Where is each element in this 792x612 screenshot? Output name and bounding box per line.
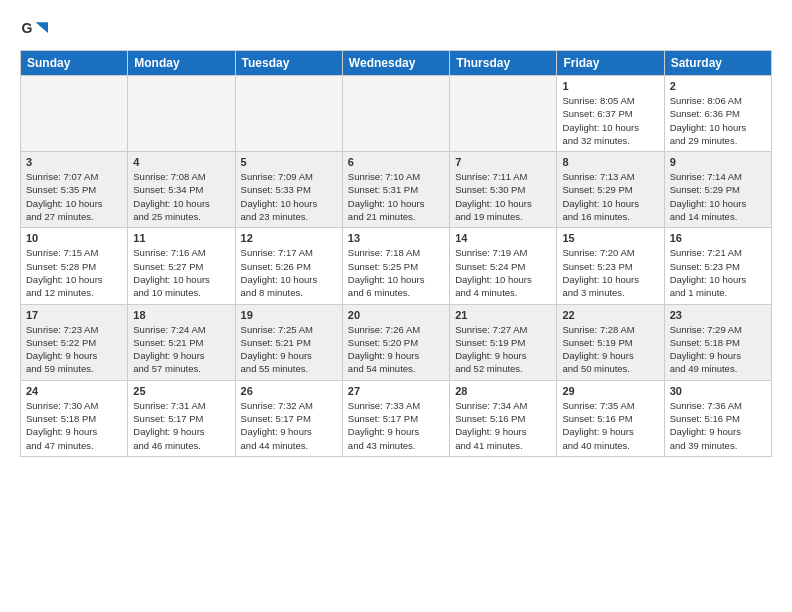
day-info: Sunrise: 7:28 AMSunset: 5:19 PMDaylight:… [562,323,658,376]
day-info: Sunrise: 8:06 AMSunset: 6:36 PMDaylight:… [670,94,766,147]
calendar-cell: 17Sunrise: 7:23 AMSunset: 5:22 PMDayligh… [21,304,128,380]
day-number: 26 [241,385,337,397]
day-number: 20 [348,309,444,321]
calendar-cell: 25Sunrise: 7:31 AMSunset: 5:17 PMDayligh… [128,380,235,456]
day-number: 19 [241,309,337,321]
day-number: 16 [670,232,766,244]
day-number: 8 [562,156,658,168]
day-number: 13 [348,232,444,244]
weekday-header-tuesday: Tuesday [235,51,342,76]
day-info: Sunrise: 7:29 AMSunset: 5:18 PMDaylight:… [670,323,766,376]
calendar-week-4: 17Sunrise: 7:23 AMSunset: 5:22 PMDayligh… [21,304,772,380]
day-number: 25 [133,385,229,397]
calendar-cell [235,76,342,152]
calendar-cell: 8Sunrise: 7:13 AMSunset: 5:29 PMDaylight… [557,152,664,228]
day-info: Sunrise: 7:33 AMSunset: 5:17 PMDaylight:… [348,399,444,452]
day-info: Sunrise: 7:07 AMSunset: 5:35 PMDaylight:… [26,170,122,223]
day-info: Sunrise: 7:14 AMSunset: 5:29 PMDaylight:… [670,170,766,223]
day-info: Sunrise: 7:25 AMSunset: 5:21 PMDaylight:… [241,323,337,376]
weekday-header-monday: Monday [128,51,235,76]
calendar-cell: 14Sunrise: 7:19 AMSunset: 5:24 PMDayligh… [450,228,557,304]
calendar-cell: 30Sunrise: 7:36 AMSunset: 5:16 PMDayligh… [664,380,771,456]
calendar-cell: 10Sunrise: 7:15 AMSunset: 5:28 PMDayligh… [21,228,128,304]
calendar-week-3: 10Sunrise: 7:15 AMSunset: 5:28 PMDayligh… [21,228,772,304]
day-info: Sunrise: 7:21 AMSunset: 5:23 PMDaylight:… [670,246,766,299]
day-number: 9 [670,156,766,168]
calendar-cell: 27Sunrise: 7:33 AMSunset: 5:17 PMDayligh… [342,380,449,456]
header: G [20,16,772,44]
calendar-cell [450,76,557,152]
day-info: Sunrise: 7:26 AMSunset: 5:20 PMDaylight:… [348,323,444,376]
calendar-cell: 7Sunrise: 7:11 AMSunset: 5:30 PMDaylight… [450,152,557,228]
weekday-header-thursday: Thursday [450,51,557,76]
calendar-cell: 11Sunrise: 7:16 AMSunset: 5:27 PMDayligh… [128,228,235,304]
day-number: 27 [348,385,444,397]
weekday-header-wednesday: Wednesday [342,51,449,76]
calendar-cell: 9Sunrise: 7:14 AMSunset: 5:29 PMDaylight… [664,152,771,228]
day-number: 6 [348,156,444,168]
calendar-cell: 18Sunrise: 7:24 AMSunset: 5:21 PMDayligh… [128,304,235,380]
calendar-cell [342,76,449,152]
day-number: 2 [670,80,766,92]
calendar-cell: 2Sunrise: 8:06 AMSunset: 6:36 PMDaylight… [664,76,771,152]
day-number: 17 [26,309,122,321]
calendar-week-5: 24Sunrise: 7:30 AMSunset: 5:18 PMDayligh… [21,380,772,456]
day-number: 15 [562,232,658,244]
day-number: 29 [562,385,658,397]
day-info: Sunrise: 7:32 AMSunset: 5:17 PMDaylight:… [241,399,337,452]
calendar-cell: 5Sunrise: 7:09 AMSunset: 5:33 PMDaylight… [235,152,342,228]
logo-icon: G [20,16,48,44]
svg-marker-1 [36,22,48,33]
day-info: Sunrise: 7:10 AMSunset: 5:31 PMDaylight:… [348,170,444,223]
day-info: Sunrise: 7:35 AMSunset: 5:16 PMDaylight:… [562,399,658,452]
day-info: Sunrise: 7:09 AMSunset: 5:33 PMDaylight:… [241,170,337,223]
calendar-cell: 16Sunrise: 7:21 AMSunset: 5:23 PMDayligh… [664,228,771,304]
day-info: Sunrise: 8:05 AMSunset: 6:37 PMDaylight:… [562,94,658,147]
day-info: Sunrise: 7:18 AMSunset: 5:25 PMDaylight:… [348,246,444,299]
calendar-week-1: 1Sunrise: 8:05 AMSunset: 6:37 PMDaylight… [21,76,772,152]
day-number: 23 [670,309,766,321]
day-number: 4 [133,156,229,168]
day-number: 28 [455,385,551,397]
day-number: 14 [455,232,551,244]
day-info: Sunrise: 7:27 AMSunset: 5:19 PMDaylight:… [455,323,551,376]
calendar-cell: 12Sunrise: 7:17 AMSunset: 5:26 PMDayligh… [235,228,342,304]
calendar-cell: 15Sunrise: 7:20 AMSunset: 5:23 PMDayligh… [557,228,664,304]
calendar-cell: 21Sunrise: 7:27 AMSunset: 5:19 PMDayligh… [450,304,557,380]
calendar-cell: 13Sunrise: 7:18 AMSunset: 5:25 PMDayligh… [342,228,449,304]
day-number: 7 [455,156,551,168]
day-number: 18 [133,309,229,321]
calendar-cell: 29Sunrise: 7:35 AMSunset: 5:16 PMDayligh… [557,380,664,456]
calendar-cell: 24Sunrise: 7:30 AMSunset: 5:18 PMDayligh… [21,380,128,456]
calendar-cell: 23Sunrise: 7:29 AMSunset: 5:18 PMDayligh… [664,304,771,380]
calendar-page: G SundayMondayTuesdayWednesdayThursdayFr… [0,0,792,473]
calendar-cell: 1Sunrise: 8:05 AMSunset: 6:37 PMDaylight… [557,76,664,152]
day-number: 1 [562,80,658,92]
calendar-cell [128,76,235,152]
calendar-cell: 28Sunrise: 7:34 AMSunset: 5:16 PMDayligh… [450,380,557,456]
weekday-header-row: SundayMondayTuesdayWednesdayThursdayFrid… [21,51,772,76]
logo: G [20,16,52,44]
day-number: 3 [26,156,122,168]
calendar-table: SundayMondayTuesdayWednesdayThursdayFrid… [20,50,772,457]
calendar-cell: 26Sunrise: 7:32 AMSunset: 5:17 PMDayligh… [235,380,342,456]
day-number: 24 [26,385,122,397]
day-info: Sunrise: 7:30 AMSunset: 5:18 PMDaylight:… [26,399,122,452]
weekday-header-friday: Friday [557,51,664,76]
day-info: Sunrise: 7:17 AMSunset: 5:26 PMDaylight:… [241,246,337,299]
day-info: Sunrise: 7:24 AMSunset: 5:21 PMDaylight:… [133,323,229,376]
day-number: 12 [241,232,337,244]
calendar-cell: 4Sunrise: 7:08 AMSunset: 5:34 PMDaylight… [128,152,235,228]
calendar-cell: 22Sunrise: 7:28 AMSunset: 5:19 PMDayligh… [557,304,664,380]
calendar-cell [21,76,128,152]
day-info: Sunrise: 7:08 AMSunset: 5:34 PMDaylight:… [133,170,229,223]
svg-text:G: G [22,20,33,36]
calendar-cell: 3Sunrise: 7:07 AMSunset: 5:35 PMDaylight… [21,152,128,228]
calendar-cell: 6Sunrise: 7:10 AMSunset: 5:31 PMDaylight… [342,152,449,228]
day-info: Sunrise: 7:15 AMSunset: 5:28 PMDaylight:… [26,246,122,299]
day-info: Sunrise: 7:19 AMSunset: 5:24 PMDaylight:… [455,246,551,299]
day-number: 11 [133,232,229,244]
day-number: 22 [562,309,658,321]
calendar-cell: 20Sunrise: 7:26 AMSunset: 5:20 PMDayligh… [342,304,449,380]
day-number: 10 [26,232,122,244]
